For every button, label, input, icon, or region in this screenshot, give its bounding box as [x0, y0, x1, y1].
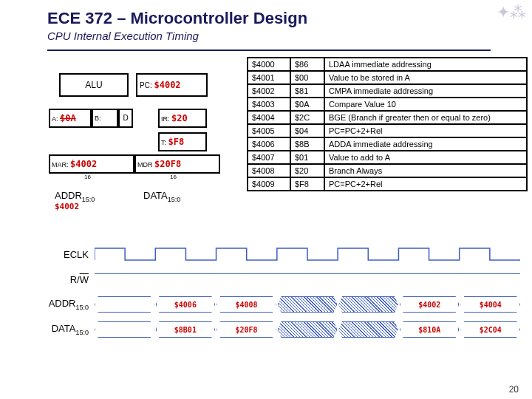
bus-cycle: $4002: [400, 296, 460, 313]
b-label: B:: [95, 115, 101, 122]
memory-cell-desc: Branch Always: [324, 164, 527, 177]
a-reg-box: A: $0A: [49, 109, 92, 128]
addr-wave: $4006$4008$4002$4004: [95, 294, 520, 315]
addr-bus-value: $4002: [55, 202, 79, 211]
memory-row: $4002$81CMPA immediate addressing: [248, 84, 527, 98]
memory-row: $4000$86LDAA immediate addressing: [248, 58, 527, 71]
mdr-bus-width: 16: [170, 174, 177, 180]
title-rule: [47, 50, 491, 51]
bus-cycle: [278, 296, 338, 313]
b-reg-box: B:: [92, 109, 118, 128]
memory-cell-op: $20: [290, 164, 324, 177]
memory-table: $4000$86LDAA immediate addressing$4001$0…: [247, 57, 528, 191]
data-wave-sub: 15:0: [75, 329, 89, 336]
alu-box: ALU: [59, 73, 129, 97]
a-value: $0A: [60, 113, 76, 123]
memory-row: $4004$2CBGE (Branch if greater then or e…: [248, 111, 527, 124]
memory-cell-op: $8B: [290, 137, 324, 151]
memory-row: $4003$0ACompare Value 10: [248, 98, 527, 111]
memory-row: $4009$F8PC=PC+2+Rel: [248, 177, 527, 191]
memory-cell-addr: $4001: [248, 71, 290, 84]
t-value: $F8: [168, 137, 185, 147]
memory-row: $4006$8BADDA immediate addressing: [248, 137, 527, 151]
eclk-label: ECLK: [33, 249, 95, 260]
mdr-box: MDR $20F8: [134, 154, 220, 174]
bus-cycle: $4008: [216, 296, 276, 313]
memory-cell-addr: $4000: [248, 58, 290, 71]
addr-bus-sub: 15:0: [82, 196, 95, 203]
waveform-block: ECLK R/W ADDR15:0 $4006$4008$4002$4004: [33, 242, 520, 342]
memory-cell-addr: $4004: [248, 111, 290, 124]
mar-bus-width: 16: [84, 174, 91, 180]
memory-cell-op: $01: [290, 151, 324, 164]
memory-row: $4005$04PC=PC+2+Rel: [248, 124, 527, 137]
data-bus-sub: 15:0: [168, 196, 181, 203]
bus-cycle: $4004: [460, 296, 520, 313]
mar-box: MAR: $4002: [49, 154, 134, 174]
mar-value: $4002: [70, 159, 97, 169]
memory-cell-desc: ADDA immediate addressing: [324, 137, 527, 151]
addr-wave-sub: 15:0: [75, 304, 89, 311]
data-wave-label: DATA15:0: [33, 323, 95, 336]
page-number: 20: [509, 384, 519, 395]
addr-wave-text: ADDR: [49, 298, 76, 309]
memory-cell-desc: LDAA immediate addressing: [324, 58, 527, 71]
addr-bus-text: ADDR: [55, 190, 82, 201]
memory-cell-desc: Compare Value 10: [324, 98, 527, 111]
data-wave: $8B01$20F8$810A$2C04: [95, 319, 520, 340]
eclk-wave: [95, 244, 520, 265]
memory-cell-op: $04: [290, 124, 324, 137]
pc-label: PC:: [140, 81, 152, 89]
mdr-value: $20F8: [154, 159, 181, 169]
t-label: T:: [161, 139, 166, 146]
memory-cell-desc: CMPA immediate addressing: [324, 84, 527, 98]
rw-wave: [95, 269, 520, 290]
memory-cell-desc: Value to add to A: [324, 151, 527, 164]
ir-box: IR: $20: [158, 109, 207, 128]
pc-value: $4002: [154, 80, 180, 90]
memory-cell-addr: $4002: [248, 84, 290, 98]
memory-cell-addr: $4006: [248, 137, 290, 151]
memory-cell-addr: $4005: [248, 124, 290, 137]
addr-bus-label: ADDR15:0: [55, 190, 95, 203]
addr-wave-label: ADDR15:0: [33, 298, 95, 311]
memory-cell-desc: BGE (Branch if greater then or equal to …: [324, 111, 527, 124]
cpu-diagram: ALU PC: $4002 A: $0A B: D IR: $20 T: $F8…: [40, 57, 232, 219]
memory-cell-op: $81: [290, 84, 324, 98]
memory-cell-addr: $4009: [248, 177, 290, 191]
memory-row: $4007$01Value to add to A: [248, 151, 527, 164]
bus-cycle: $8B01: [156, 321, 216, 338]
mar-label: MAR:: [52, 161, 69, 168]
memory-cell-op: $F8: [290, 177, 324, 191]
memory-cell-desc: Value to be stored in A: [324, 71, 527, 84]
bus-cycle: [95, 296, 154, 313]
memory-cell-op: $2C: [290, 111, 324, 124]
bus-cycle: $810A: [400, 321, 460, 338]
d-reg-box: D: [118, 109, 133, 128]
t-box: T: $F8: [158, 132, 207, 151]
memory-cell-addr: $4007: [248, 151, 290, 164]
page-subtitle: CPU Internal Execution Timing: [47, 30, 514, 42]
memory-cell-addr: $4008: [248, 164, 290, 177]
bus-cycle: $4006: [156, 296, 216, 313]
data-wave-text: DATA: [52, 323, 76, 334]
bus-cycle: [338, 296, 398, 313]
bus-cycle: $2C04: [460, 321, 520, 338]
data-bus-label: DATA15:0: [143, 190, 180, 203]
memory-row: $4001$00Value to be stored in A: [248, 71, 527, 84]
memory-cell-addr: $4003: [248, 98, 290, 111]
mdr-label: MDR: [137, 161, 153, 168]
bus-cycle: [278, 321, 338, 338]
memory-cell-desc: PC=PC+2+Rel: [324, 177, 527, 191]
memory-cell-op: $86: [290, 58, 324, 71]
memory-cell-op: $0A: [290, 98, 324, 111]
rw-label: R/W: [33, 274, 95, 285]
bus-cycle: [338, 321, 398, 338]
memory-row: $4008$20Branch Always: [248, 164, 527, 177]
ir-value: $20: [171, 113, 188, 123]
ir-label: IR:: [161, 115, 170, 123]
data-bus-text: DATA: [143, 190, 168, 201]
bus-cycle: [95, 321, 154, 338]
page-title: ECE 372 – Microcontroller Design: [47, 9, 514, 28]
pc-box: PC: $4002: [136, 73, 208, 97]
